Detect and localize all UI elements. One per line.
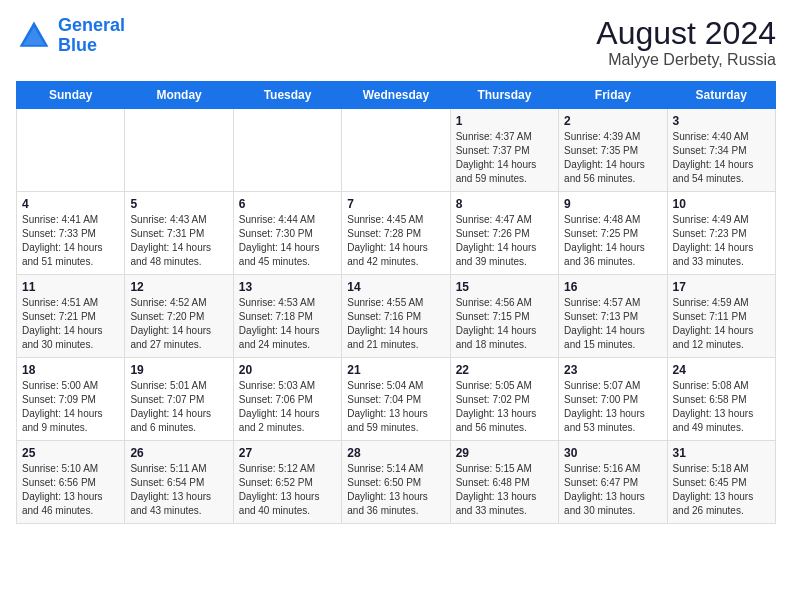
day-info: Sunrise: 5:08 AM Sunset: 6:58 PM Dayligh… [673,379,770,435]
day-number: 9 [564,197,661,211]
day-number: 12 [130,280,227,294]
day-info: Sunrise: 4:59 AM Sunset: 7:11 PM Dayligh… [673,296,770,352]
day-number: 21 [347,363,444,377]
week-row-4: 18Sunrise: 5:00 AM Sunset: 7:09 PM Dayli… [17,358,776,441]
day-info: Sunrise: 5:10 AM Sunset: 6:56 PM Dayligh… [22,462,119,518]
day-info: Sunrise: 4:52 AM Sunset: 7:20 PM Dayligh… [130,296,227,352]
day-info: Sunrise: 4:43 AM Sunset: 7:31 PM Dayligh… [130,213,227,269]
day-cell: 21Sunrise: 5:04 AM Sunset: 7:04 PM Dayli… [342,358,450,441]
day-info: Sunrise: 4:44 AM Sunset: 7:30 PM Dayligh… [239,213,336,269]
day-info: Sunrise: 5:00 AM Sunset: 7:09 PM Dayligh… [22,379,119,435]
day-number: 16 [564,280,661,294]
day-number: 7 [347,197,444,211]
day-cell [233,109,341,192]
day-number: 17 [673,280,770,294]
day-number: 8 [456,197,553,211]
day-number: 1 [456,114,553,128]
day-number: 28 [347,446,444,460]
header-cell-friday: Friday [559,82,667,109]
header-cell-thursday: Thursday [450,82,558,109]
day-cell: 20Sunrise: 5:03 AM Sunset: 7:06 PM Dayli… [233,358,341,441]
header-row: SundayMondayTuesdayWednesdayThursdayFrid… [17,82,776,109]
day-info: Sunrise: 5:05 AM Sunset: 7:02 PM Dayligh… [456,379,553,435]
day-cell: 24Sunrise: 5:08 AM Sunset: 6:58 PM Dayli… [667,358,775,441]
day-number: 11 [22,280,119,294]
day-info: Sunrise: 5:12 AM Sunset: 6:52 PM Dayligh… [239,462,336,518]
day-cell: 13Sunrise: 4:53 AM Sunset: 7:18 PM Dayli… [233,275,341,358]
day-cell: 8Sunrise: 4:47 AM Sunset: 7:26 PM Daylig… [450,192,558,275]
day-cell: 28Sunrise: 5:14 AM Sunset: 6:50 PM Dayli… [342,441,450,524]
day-info: Sunrise: 4:56 AM Sunset: 7:15 PM Dayligh… [456,296,553,352]
day-info: Sunrise: 5:03 AM Sunset: 7:06 PM Dayligh… [239,379,336,435]
day-number: 10 [673,197,770,211]
day-cell: 29Sunrise: 5:15 AM Sunset: 6:48 PM Dayli… [450,441,558,524]
day-number: 29 [456,446,553,460]
day-cell: 10Sunrise: 4:49 AM Sunset: 7:23 PM Dayli… [667,192,775,275]
day-info: Sunrise: 5:11 AM Sunset: 6:54 PM Dayligh… [130,462,227,518]
day-number: 27 [239,446,336,460]
day-info: Sunrise: 5:18 AM Sunset: 6:45 PM Dayligh… [673,462,770,518]
day-info: Sunrise: 4:39 AM Sunset: 7:35 PM Dayligh… [564,130,661,186]
day-cell: 19Sunrise: 5:01 AM Sunset: 7:07 PM Dayli… [125,358,233,441]
day-cell: 17Sunrise: 4:59 AM Sunset: 7:11 PM Dayli… [667,275,775,358]
day-cell: 4Sunrise: 4:41 AM Sunset: 7:33 PM Daylig… [17,192,125,275]
week-row-1: 1Sunrise: 4:37 AM Sunset: 7:37 PM Daylig… [17,109,776,192]
header-cell-wednesday: Wednesday [342,82,450,109]
day-cell: 5Sunrise: 4:43 AM Sunset: 7:31 PM Daylig… [125,192,233,275]
day-info: Sunrise: 4:49 AM Sunset: 7:23 PM Dayligh… [673,213,770,269]
page-header: General Blue August 2024 Malyye Derbety,… [16,16,776,69]
day-cell: 23Sunrise: 5:07 AM Sunset: 7:00 PM Dayli… [559,358,667,441]
day-info: Sunrise: 4:55 AM Sunset: 7:16 PM Dayligh… [347,296,444,352]
location: Malyye Derbety, Russia [596,51,776,69]
day-cell: 31Sunrise: 5:18 AM Sunset: 6:45 PM Dayli… [667,441,775,524]
day-cell [125,109,233,192]
day-info: Sunrise: 5:14 AM Sunset: 6:50 PM Dayligh… [347,462,444,518]
day-info: Sunrise: 4:51 AM Sunset: 7:21 PM Dayligh… [22,296,119,352]
day-cell: 14Sunrise: 4:55 AM Sunset: 7:16 PM Dayli… [342,275,450,358]
day-cell: 2Sunrise: 4:39 AM Sunset: 7:35 PM Daylig… [559,109,667,192]
day-number: 23 [564,363,661,377]
day-cell [342,109,450,192]
header-cell-monday: Monday [125,82,233,109]
day-number: 20 [239,363,336,377]
day-info: Sunrise: 4:57 AM Sunset: 7:13 PM Dayligh… [564,296,661,352]
day-number: 22 [456,363,553,377]
header-cell-saturday: Saturday [667,82,775,109]
day-number: 13 [239,280,336,294]
title-block: August 2024 Malyye Derbety, Russia [596,16,776,69]
day-info: Sunrise: 5:15 AM Sunset: 6:48 PM Dayligh… [456,462,553,518]
day-number: 19 [130,363,227,377]
day-info: Sunrise: 4:45 AM Sunset: 7:28 PM Dayligh… [347,213,444,269]
logo-icon [16,18,52,54]
logo-line1: General [58,15,125,35]
day-info: Sunrise: 4:37 AM Sunset: 7:37 PM Dayligh… [456,130,553,186]
day-number: 26 [130,446,227,460]
day-number: 18 [22,363,119,377]
day-number: 5 [130,197,227,211]
calendar-header: SundayMondayTuesdayWednesdayThursdayFrid… [17,82,776,109]
logo-line2: Blue [58,35,97,55]
day-cell: 15Sunrise: 4:56 AM Sunset: 7:15 PM Dayli… [450,275,558,358]
week-row-5: 25Sunrise: 5:10 AM Sunset: 6:56 PM Dayli… [17,441,776,524]
day-number: 4 [22,197,119,211]
day-number: 31 [673,446,770,460]
month-year: August 2024 [596,16,776,51]
week-row-3: 11Sunrise: 4:51 AM Sunset: 7:21 PM Dayli… [17,275,776,358]
day-cell: 3Sunrise: 4:40 AM Sunset: 7:34 PM Daylig… [667,109,775,192]
day-cell: 1Sunrise: 4:37 AM Sunset: 7:37 PM Daylig… [450,109,558,192]
day-info: Sunrise: 5:04 AM Sunset: 7:04 PM Dayligh… [347,379,444,435]
day-number: 30 [564,446,661,460]
header-cell-sunday: Sunday [17,82,125,109]
day-info: Sunrise: 4:47 AM Sunset: 7:26 PM Dayligh… [456,213,553,269]
day-cell: 26Sunrise: 5:11 AM Sunset: 6:54 PM Dayli… [125,441,233,524]
day-cell: 7Sunrise: 4:45 AM Sunset: 7:28 PM Daylig… [342,192,450,275]
day-info: Sunrise: 4:53 AM Sunset: 7:18 PM Dayligh… [239,296,336,352]
day-number: 24 [673,363,770,377]
day-number: 3 [673,114,770,128]
header-cell-tuesday: Tuesday [233,82,341,109]
week-row-2: 4Sunrise: 4:41 AM Sunset: 7:33 PM Daylig… [17,192,776,275]
day-number: 14 [347,280,444,294]
day-number: 6 [239,197,336,211]
day-info: Sunrise: 5:16 AM Sunset: 6:47 PM Dayligh… [564,462,661,518]
day-cell: 18Sunrise: 5:00 AM Sunset: 7:09 PM Dayli… [17,358,125,441]
